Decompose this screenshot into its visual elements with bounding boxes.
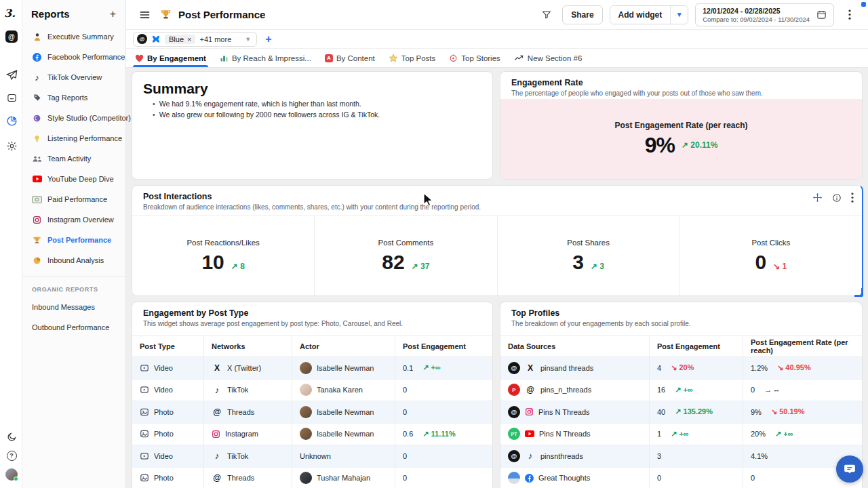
- profile-filter-chip[interactable]: @ Blue × +41 more ▼: [133, 32, 257, 47]
- sidebar-item-executive-summary[interactable]: Executive Summary: [22, 26, 125, 47]
- heart-icon: [135, 54, 144, 62]
- facebook-icon: [32, 53, 42, 62]
- x-icon: X: [525, 363, 536, 373]
- widget-title: Engagement by Post Type: [143, 308, 481, 318]
- compare-range-value: Compare to: 09/02/2024 - 11/30/2024: [703, 16, 810, 23]
- dark-mode-moon-icon[interactable]: [5, 430, 18, 443]
- metric-value: 9%: [645, 133, 675, 158]
- table-row: Great Thoughts 0 0: [500, 468, 862, 488]
- threads-icon: @: [525, 385, 536, 394]
- summary-bullet: •We had 9.1% engagement rate, which is h…: [143, 100, 481, 108]
- notification-dot: [861, 2, 866, 7]
- summary-widget: Summary •We had 9.1% engagement rate, wh…: [132, 71, 493, 180]
- profile-avatar: @: [508, 362, 520, 374]
- remove-filter-icon[interactable]: ×: [187, 35, 191, 43]
- avatar: [300, 362, 312, 374]
- instagram-icon: [32, 216, 42, 224]
- profile-avatar: [508, 472, 520, 484]
- filter-value-pill: Blue ×: [165, 35, 195, 44]
- user-avatar[interactable]: [5, 468, 18, 481]
- chip-chevron-down-icon[interactable]: ▼: [245, 36, 251, 43]
- widget-subtitle: The breakdown of your engagements by eac…: [511, 320, 851, 327]
- video-icon: [140, 451, 149, 461]
- sidebar-item-facebook-performance[interactable]: Facebook Performance: [22, 47, 125, 67]
- move-widget-icon[interactable]: [812, 192, 823, 203]
- section-tabs: By Engagement By Reach & Impressi... A B…: [126, 49, 868, 68]
- sidebar-item-tiktok-overview[interactable]: ♪ TikTok Overview: [22, 67, 125, 87]
- metric-label: Post Engagement Rate (per reach): [614, 121, 747, 130]
- summary-title: Summary: [143, 81, 481, 97]
- sidebar-item-inbound-analysis[interactable]: Inbound Analysis: [22, 250, 125, 270]
- sidebar-item-tag-reports[interactable]: Tag Reports: [22, 87, 125, 108]
- help-icon[interactable]: ?: [5, 449, 18, 462]
- inbox-icon[interactable]: [5, 91, 18, 104]
- new-report-button[interactable]: +: [110, 9, 116, 20]
- avatar: [300, 406, 312, 418]
- widget-title: Post Interactions: [143, 192, 851, 201]
- avatar: [300, 384, 312, 396]
- lightbulb-icon: [32, 134, 42, 143]
- sidebar-item-style-studio[interactable]: Style Studio (Competitor): [22, 108, 125, 128]
- threads-icon: @: [212, 407, 222, 417]
- chat-bubble-button[interactable]: [836, 455, 863, 483]
- share-button[interactable]: Share: [562, 5, 602, 24]
- bluesky-butterfly-icon: [151, 35, 161, 43]
- table-row: PTPins N Threads 1↗ +∞ 20%↗ +∞: [500, 424, 862, 446]
- widget-kebab-icon[interactable]: [851, 192, 854, 203]
- filter-chips-bar: @ Blue × +41 more ▼ +: [126, 30, 868, 49]
- publish-paper-plane-icon[interactable]: [5, 68, 18, 81]
- widget-subtitle: This widget shows average post engagemen…: [143, 320, 481, 327]
- page-title: Post Performance: [178, 9, 265, 20]
- table-header: Data Sources Post Engagement Post Engage…: [500, 336, 862, 357]
- tab-by-content[interactable]: A By Content: [319, 49, 381, 67]
- tab-by-reach-impressions[interactable]: By Reach & Impressi...: [214, 49, 317, 67]
- sidebar-item-outbound-performance[interactable]: Outbound Performance: [22, 317, 125, 338]
- photo-icon: [140, 429, 149, 439]
- reports-pie-icon[interactable]: [5, 114, 18, 127]
- tag-icon: [32, 94, 42, 102]
- more-filters-label: +41 more: [199, 35, 231, 43]
- workspace-icon[interactable]: @: [5, 30, 18, 43]
- metric-post-clicks: Post Clicks 0↘ 1: [679, 216, 862, 296]
- collapse-sidebar-button[interactable]: [136, 6, 153, 24]
- add-widget-chevron-down-icon[interactable]: ▼: [670, 6, 688, 24]
- sidebar-item-team-activity[interactable]: Team Activity: [22, 148, 125, 169]
- bar-chart-icon: [220, 54, 229, 62]
- table-row: Photo @Threads Tushar Mahajan 0: [132, 468, 492, 488]
- settings-gear-icon[interactable]: [5, 139, 18, 152]
- facebook-icon: [525, 474, 534, 483]
- tab-by-engagement[interactable]: By Engagement: [129, 49, 212, 67]
- star-icon: [389, 54, 398, 62]
- banknote-icon: [32, 196, 42, 203]
- team-icon: [32, 155, 42, 163]
- app-rail: 3. @ ?: [0, 0, 22, 488]
- add-widget-button[interactable]: Add widget: [610, 6, 671, 24]
- widget-title: Top Profiles: [511, 308, 851, 318]
- date-range-picker[interactable]: 12/01/2024 - 02/28/2025 Compare to: 09/0…: [695, 3, 834, 26]
- tab-new-section-6[interactable]: New Section #6: [508, 49, 589, 67]
- profile-avatar: @: [137, 34, 147, 44]
- sidebar-item-inbound-messages[interactable]: Inbound Messages: [22, 297, 125, 317]
- engagement-rate-widget: Engagement Rate The percentage of people…: [500, 71, 863, 180]
- date-range-value: 12/01/2024 - 02/28/2025: [703, 7, 810, 15]
- main-area: Post Performance Share Add widget ▼ 12/0…: [126, 0, 868, 488]
- metric-post-shares: Post Shares 3↗ 3: [497, 216, 679, 296]
- sidebar-item-listening-performance[interactable]: Listening Performance: [22, 128, 125, 148]
- sidebar-item-youtube-deep-dive[interactable]: YouTube Deep Dive: [22, 169, 125, 189]
- profile-avatar: PT: [508, 428, 520, 440]
- more-options-kebab-icon[interactable]: [841, 6, 859, 24]
- sidebar-item-post-performance[interactable]: Post Performance: [22, 230, 125, 250]
- filter-funnel-icon[interactable]: [538, 6, 555, 24]
- sidebar-item-paid-performance[interactable]: Paid Performance: [22, 189, 125, 209]
- info-icon[interactable]: [832, 193, 842, 203]
- tab-top-posts[interactable]: Top Posts: [382, 49, 442, 67]
- resize-handle[interactable]: [854, 288, 863, 297]
- report-trophy-icon: [160, 9, 172, 20]
- chat-icon: [844, 463, 856, 475]
- metric-delta: ↗ 20.11%: [682, 140, 717, 150]
- add-filter-button[interactable]: +: [265, 33, 271, 45]
- photo-icon: [140, 407, 149, 417]
- avatar: [300, 428, 312, 440]
- sidebar-item-instagram-overview[interactable]: Instagram Overview: [22, 209, 125, 230]
- tab-top-stories[interactable]: Top Stories: [443, 49, 507, 67]
